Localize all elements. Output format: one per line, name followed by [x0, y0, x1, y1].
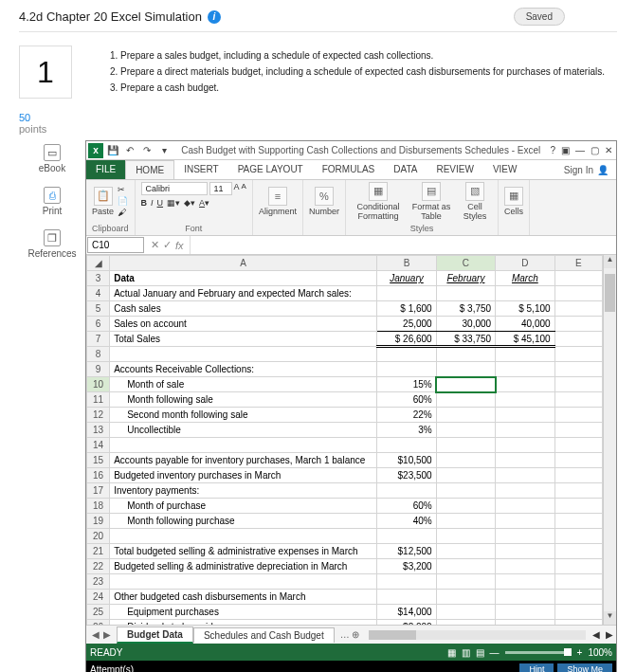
- bold-icon[interactable]: B: [141, 198, 148, 208]
- paste-button[interactable]: 📋 Paste: [92, 187, 114, 216]
- horizontal-scrollbar[interactable]: [369, 630, 586, 640]
- cell-c5[interactable]: $ 3,750: [436, 301, 495, 317]
- col-header-d[interactable]: D: [496, 256, 554, 271]
- col-header-b[interactable]: B: [377, 256, 436, 271]
- tab-file[interactable]: FILE: [86, 160, 125, 179]
- cell-a17[interactable]: Inventory payments:: [110, 483, 377, 499]
- alignment-button[interactable]: ≡Alignment: [259, 187, 297, 216]
- cell-b5[interactable]: $ 1,600: [377, 301, 436, 317]
- view-break-icon[interactable]: ▤: [476, 647, 484, 658]
- minimize-icon[interactable]: —: [575, 145, 585, 155]
- cell-a22[interactable]: Budgeted selling & administrative deprec…: [110, 559, 377, 574]
- font-name-input[interactable]: [141, 182, 208, 195]
- cell-d6[interactable]: 40,000: [496, 317, 554, 332]
- cell-a25[interactable]: Equipment purchases: [110, 605, 377, 620]
- cut-icon[interactable]: ✂: [118, 185, 128, 194]
- close-icon[interactable]: ✕: [605, 145, 612, 155]
- cell-a9[interactable]: Accounts Receivable Collections:: [110, 362, 377, 377]
- cell-c7[interactable]: $ 33,750: [436, 332, 495, 347]
- number-button[interactable]: %Number: [309, 187, 339, 216]
- cell-b18[interactable]: 60%: [377, 499, 436, 514]
- cell-c3[interactable]: February: [436, 271, 495, 286]
- cell-d5[interactable]: $ 5,100: [496, 301, 554, 317]
- cells-button[interactable]: ▦Cells: [504, 187, 523, 216]
- underline-icon[interactable]: U: [157, 198, 164, 208]
- cell-b16[interactable]: $23,500: [377, 468, 436, 483]
- tab-data[interactable]: DATA: [384, 160, 427, 179]
- cell-b12[interactable]: 22%: [377, 408, 436, 423]
- view-normal-icon[interactable]: ▦: [447, 647, 456, 658]
- cell-b11[interactable]: 60%: [377, 392, 436, 408]
- sheet-nav-prev-icon[interactable]: ◀: [92, 629, 100, 640]
- cell-b25[interactable]: $14,000: [377, 605, 436, 620]
- scroll-thumb[interactable]: [605, 274, 615, 312]
- cell-d3[interactable]: March: [496, 271, 554, 286]
- undo-icon[interactable]: ↶: [122, 143, 137, 158]
- col-header-a[interactable]: A: [110, 256, 377, 271]
- formula-input[interactable]: [191, 236, 616, 254]
- font-color-icon[interactable]: A▾: [199, 198, 209, 208]
- qat-dropdown-icon[interactable]: ▾: [156, 143, 172, 158]
- sign-in[interactable]: Sign In 👤: [556, 160, 616, 179]
- cell-styles-button[interactable]: ▧Cell Styles: [458, 182, 492, 221]
- cell-a24[interactable]: Other budgeted cash disbursements in Mar…: [110, 590, 377, 605]
- name-box[interactable]: [87, 237, 144, 253]
- cell-a3[interactable]: Data: [110, 271, 377, 286]
- zoom-in-icon[interactable]: +: [577, 647, 583, 658]
- cell-a18[interactable]: Month of purchase: [110, 499, 377, 514]
- view-layout-icon[interactable]: ▥: [462, 647, 470, 658]
- cell-a11[interactable]: Month following sale: [110, 392, 377, 408]
- redo-icon[interactable]: ↷: [139, 143, 154, 158]
- font-size-input[interactable]: [209, 182, 232, 195]
- tab-review[interactable]: REVIEW: [427, 160, 482, 179]
- scroll-right-icon[interactable]: ▶: [603, 629, 616, 640]
- sheet-tab-schedules[interactable]: Schedules and Cash Budget: [193, 627, 335, 643]
- cell-b21[interactable]: $12,500: [377, 544, 436, 559]
- cell-a10[interactable]: Month of sale: [110, 377, 377, 392]
- enter-fx-icon[interactable]: ✓: [163, 239, 172, 251]
- vertical-scrollbar[interactable]: ▲ ▼: [603, 255, 616, 625]
- cell-b13[interactable]: 3%: [377, 423, 436, 438]
- tab-formulas[interactable]: FORMULAS: [313, 160, 385, 179]
- cancel-fx-icon[interactable]: ✕: [151, 239, 159, 251]
- cell-a7[interactable]: Total Sales: [110, 332, 377, 347]
- cell-a12[interactable]: Second month following sale: [110, 408, 377, 423]
- cell-a13[interactable]: Uncollectible: [110, 423, 377, 438]
- fill-color-icon[interactable]: ◆▾: [184, 198, 195, 208]
- cell-b10[interactable]: 15%: [377, 377, 436, 392]
- cell-a6[interactable]: Sales on account: [110, 317, 377, 332]
- cell-c6[interactable]: 30,000: [436, 317, 495, 332]
- cell-a15[interactable]: Accounts payable for inventory purchases…: [110, 453, 377, 468]
- tab-view[interactable]: VIEW: [483, 160, 527, 179]
- tab-home[interactable]: HOME: [125, 160, 174, 179]
- info-icon[interactable]: i: [208, 10, 221, 24]
- cell-b7[interactable]: $ 26,600: [377, 332, 436, 347]
- show-me-button[interactable]: Show Me: [557, 663, 612, 672]
- sheet-nav-next-icon[interactable]: ▶: [103, 629, 111, 640]
- hint-button[interactable]: Hint: [519, 663, 554, 672]
- copy-icon[interactable]: 📄: [118, 196, 128, 206]
- cell-a21[interactable]: Total budgeted selling & administrative …: [110, 544, 377, 559]
- maximize-icon[interactable]: ▢: [591, 145, 599, 155]
- cell-a26[interactable]: Dividends to be paid: [110, 620, 377, 626]
- fx-icon[interactable]: fx: [175, 240, 184, 251]
- zoom-out-icon[interactable]: —: [490, 647, 500, 658]
- zoom-slider[interactable]: [505, 651, 572, 654]
- cell-b15[interactable]: $10,500: [377, 453, 436, 468]
- cell-d7[interactable]: $ 45,100: [496, 332, 554, 347]
- scroll-up-icon[interactable]: ▲: [604, 255, 616, 268]
- ebook-tool[interactable]: ▭ eBook: [19, 144, 85, 173]
- cell-b19[interactable]: 40%: [377, 514, 436, 529]
- sheet-more-icon[interactable]: … ⊕: [335, 629, 366, 640]
- zoom-value[interactable]: 100%: [588, 647, 612, 658]
- references-tool[interactable]: ❐ References: [19, 229, 85, 259]
- scroll-left-icon[interactable]: ◀: [590, 629, 603, 640]
- cell-a16[interactable]: Budgeted inventory purchases in March: [110, 468, 377, 483]
- cell-b26[interactable]: $2,000: [377, 620, 436, 626]
- save-icon[interactable]: 💾: [105, 143, 120, 158]
- format-as-table-button[interactable]: ▤Format as Table: [409, 182, 454, 221]
- cell-b3[interactable]: January: [377, 271, 436, 286]
- help-icon[interactable]: ?: [550, 145, 555, 155]
- col-header-e[interactable]: E: [554, 256, 602, 271]
- print-tool[interactable]: ⎙ Print: [19, 187, 85, 216]
